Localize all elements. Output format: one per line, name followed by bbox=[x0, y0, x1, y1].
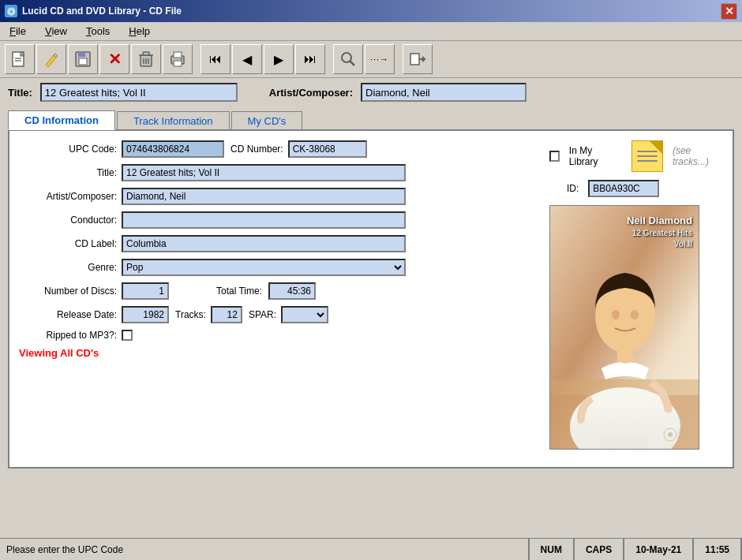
id-input[interactable] bbox=[588, 180, 659, 197]
svg-rect-5 bbox=[78, 52, 85, 57]
prev-record-button[interactable]: ◀ bbox=[232, 44, 262, 74]
total-time-input[interactable] bbox=[268, 282, 316, 300]
note-icon[interactable] bbox=[631, 140, 663, 172]
delete-button[interactable] bbox=[131, 44, 161, 74]
spar-select[interactable] bbox=[281, 306, 328, 323]
ripped-checkbox[interactable] bbox=[122, 330, 133, 341]
tracks-input[interactable] bbox=[211, 306, 242, 323]
svg-point-27 bbox=[631, 310, 639, 319]
album-art-text: Neil Diamond 12 Greatest Hits Vol.II bbox=[627, 214, 692, 250]
viewing-label: Viewing All CD's bbox=[19, 347, 540, 359]
svg-rect-15 bbox=[174, 61, 182, 66]
tab-cd-information[interactable]: CD Information bbox=[8, 110, 115, 130]
id-row: ID: bbox=[549, 180, 723, 197]
date-display: 10-May-21 bbox=[624, 539, 694, 560]
cd-label-label: CD Label: bbox=[19, 238, 122, 249]
cd-title-label: Title: bbox=[19, 167, 122, 178]
right-panel: In My Library (see tracks...) ID: bbox=[549, 140, 723, 450]
svg-rect-6 bbox=[79, 58, 87, 65]
status-bar: Please enter the UPC Code NUM CAPS 10-Ma… bbox=[0, 538, 742, 560]
menu-file[interactable]: File bbox=[6, 24, 29, 38]
cd-info-panel: UPC Code: CD Number: Title: Artist/Compo… bbox=[19, 140, 723, 450]
conductor-input[interactable] bbox=[122, 211, 406, 229]
num-indicator: NUM bbox=[530, 539, 575, 560]
print-button[interactable] bbox=[163, 44, 193, 74]
cancel-button[interactable]: ✕ bbox=[99, 44, 129, 74]
spar-label: SPAR: bbox=[249, 309, 276, 320]
genre-label: Genre: bbox=[19, 262, 122, 273]
conductor-label: Conductor: bbox=[19, 215, 122, 226]
cd-label-input[interactable] bbox=[122, 235, 406, 252]
album-logo: DIGITAL AUDIO bbox=[662, 427, 694, 444]
cd-number-label: CD Number: bbox=[230, 144, 283, 155]
num-discs-input[interactable] bbox=[122, 282, 169, 300]
toolbar: ✕ ⏮ ◀ ▶ ⏭ ···→ bbox=[0, 41, 742, 78]
status-message: Please enter the UPC Code bbox=[0, 539, 530, 560]
release-date-label: Release Date: bbox=[19, 309, 122, 320]
menu-bar: File View Tools Help bbox=[0, 22, 742, 41]
app-icon: 💿 bbox=[5, 5, 17, 17]
genre-select[interactable]: Pop Rock Jazz Classical Country R&B bbox=[122, 259, 406, 276]
ripped-label: Ripped to MP3?: bbox=[19, 330, 122, 341]
discs-row: Number of Discs: Total Time: bbox=[19, 282, 540, 300]
see-tracks-label: (see tracks...) bbox=[673, 145, 723, 167]
release-date-input[interactable] bbox=[122, 306, 169, 323]
id-label: ID: bbox=[567, 183, 579, 194]
menu-view[interactable]: View bbox=[42, 24, 70, 38]
svg-line-18 bbox=[350, 62, 355, 66]
title-bar-left: 💿 Lucid CD and DVD Library - CD File bbox=[5, 5, 182, 17]
title-bar: 💿 Lucid CD and DVD Library - CD File ✕ bbox=[0, 0, 742, 22]
save-button[interactable] bbox=[68, 44, 98, 74]
last-record-button[interactable]: ⏭ bbox=[295, 44, 325, 74]
cd-title-input[interactable] bbox=[122, 164, 406, 181]
caps-indicator: CAPS bbox=[575, 539, 624, 560]
svg-rect-19 bbox=[410, 54, 419, 65]
cd-number-input[interactable] bbox=[288, 140, 367, 158]
svg-point-17 bbox=[342, 53, 351, 62]
artist-row: Artist/Composer: bbox=[19, 188, 540, 205]
artist-composer-field[interactable] bbox=[361, 83, 527, 102]
svg-rect-14 bbox=[174, 52, 182, 58]
main-content: UPC Code: CD Number: Title: Artist/Compo… bbox=[8, 129, 734, 469]
title-row: Title: bbox=[19, 164, 540, 181]
time-display: 11:55 bbox=[694, 539, 742, 560]
edit-button[interactable] bbox=[36, 44, 66, 74]
tab-track-information[interactable]: Track Information bbox=[117, 111, 230, 130]
svg-point-30 bbox=[668, 432, 673, 437]
svg-point-16 bbox=[181, 58, 183, 61]
in-library-label: In My Library bbox=[569, 145, 617, 167]
tab-container: CD Information Track Information My CD's bbox=[0, 110, 742, 129]
search-button[interactable] bbox=[333, 44, 363, 74]
tracks-label: Tracks: bbox=[175, 309, 206, 320]
window-close-button[interactable]: ✕ bbox=[721, 3, 737, 20]
window-title: Lucid CD and DVD Library - CD File bbox=[22, 6, 182, 17]
cd-artist-label: Artist/Composer: bbox=[19, 191, 122, 202]
genre-row: Genre: Pop Rock Jazz Classical Country R… bbox=[19, 259, 540, 276]
next-record-button[interactable]: ▶ bbox=[264, 44, 294, 74]
cd-label-row: CD Label: bbox=[19, 235, 540, 252]
menu-help[interactable]: Help bbox=[126, 24, 153, 38]
more-button[interactable]: ···→ bbox=[365, 44, 395, 74]
header-fields: Title: Artist/Composer: bbox=[0, 78, 742, 106]
svg-point-26 bbox=[612, 310, 620, 319]
svg-rect-12 bbox=[143, 52, 149, 55]
svg-text:AUDIO: AUDIO bbox=[678, 434, 691, 439]
menu-tools[interactable]: Tools bbox=[83, 24, 113, 38]
cd-artist-input[interactable] bbox=[122, 188, 406, 205]
title-field[interactable] bbox=[40, 83, 238, 102]
new-cd-button[interactable] bbox=[5, 44, 35, 74]
tab-my-cds[interactable]: My CD's bbox=[231, 111, 303, 130]
conductor-row: Conductor: bbox=[19, 211, 540, 229]
title-label: Title: bbox=[8, 87, 32, 99]
first-record-button[interactable]: ⏮ bbox=[200, 44, 230, 74]
in-library-checkbox[interactable] bbox=[549, 151, 560, 162]
num-discs-label: Number of Discs: bbox=[19, 286, 122, 297]
date-tracks-row: Release Date: Tracks: SPAR: bbox=[19, 306, 540, 323]
exit-button[interactable] bbox=[403, 44, 433, 74]
upc-code-input[interactable] bbox=[122, 140, 224, 158]
cd-form: UPC Code: CD Number: Title: Artist/Compo… bbox=[19, 140, 540, 450]
upc-row: UPC Code: CD Number: bbox=[19, 140, 540, 158]
ripped-row: Ripped to MP3?: bbox=[19, 330, 540, 341]
library-row: In My Library (see tracks...) bbox=[549, 140, 723, 172]
artist-label: Artist/Composer: bbox=[269, 87, 353, 99]
